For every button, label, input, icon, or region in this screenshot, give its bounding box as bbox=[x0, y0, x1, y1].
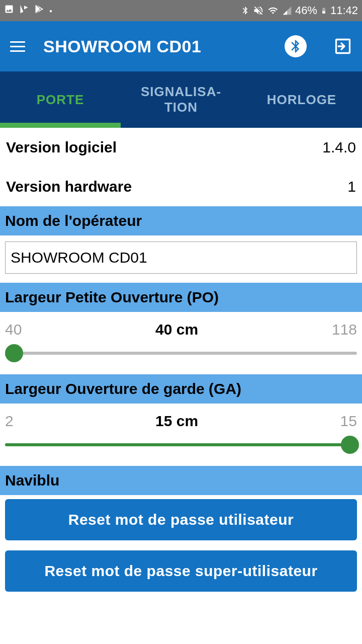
software-label: Version logiciel bbox=[6, 139, 117, 156]
po-thumb[interactable] bbox=[5, 344, 23, 362]
naviblu-buttons: Reset mot de passe utilisateur Reset mot… bbox=[0, 495, 362, 596]
page-title: SHOWROOM CD01 bbox=[43, 37, 266, 56]
po-slider[interactable] bbox=[5, 344, 357, 362]
po-values: 40 40 cm 118 bbox=[5, 312, 357, 344]
play-check-icon bbox=[19, 4, 29, 17]
tab-horloge[interactable]: HORLOGE bbox=[241, 71, 362, 128]
ga-current: 15 cm bbox=[155, 413, 198, 430]
ga-values: 2 15 cm 15 bbox=[5, 404, 357, 436]
tab-label: HORLOGE bbox=[267, 92, 336, 108]
android-status-bar: ● 46% 11:42 bbox=[0, 0, 362, 21]
po-max: 118 bbox=[332, 321, 357, 338]
ga-slider[interactable] bbox=[5, 436, 357, 454]
tab-porte[interactable]: PORTE bbox=[0, 71, 121, 128]
ga-thumb[interactable] bbox=[341, 436, 359, 454]
ga-track bbox=[5, 443, 357, 446]
po-header: Largeur Petite Ouverture (PO) bbox=[0, 283, 362, 312]
reset-superuser-password-button[interactable]: Reset mot de passe super-utilisateur bbox=[5, 550, 357, 592]
tab-label: SIGNALISA- TION bbox=[141, 84, 221, 115]
operator-name-input[interactable] bbox=[5, 242, 357, 274]
status-left: ● bbox=[4, 4, 52, 17]
menu-icon[interactable] bbox=[10, 41, 25, 52]
content-area: Version logiciel 1.4.0 Version hardware … bbox=[0, 128, 362, 596]
ga-fill bbox=[5, 443, 357, 446]
hardware-value: 1 bbox=[347, 178, 356, 195]
tab-bar: PORTE SIGNALISA- TION HORLOGE bbox=[0, 71, 362, 128]
tab-indicator bbox=[0, 123, 121, 128]
software-value: 1.4.0 bbox=[322, 139, 356, 156]
section-naviblu: Naviblu bbox=[0, 466, 362, 495]
status-right: 46% 11:42 bbox=[241, 4, 358, 17]
battery-icon bbox=[320, 5, 327, 16]
ga-min: 2 bbox=[5, 413, 14, 430]
operator-input-wrap bbox=[0, 235, 362, 283]
exit-icon[interactable] bbox=[334, 37, 352, 55]
wifi-icon bbox=[267, 6, 279, 16]
section-po: Largeur Petite Ouverture (PO) 40 40 cm 1… bbox=[0, 283, 362, 374]
section-operator-name: Nom de l'opérateur bbox=[0, 206, 362, 235]
clock-time: 11:42 bbox=[330, 4, 358, 17]
vibrate-mute-icon bbox=[253, 5, 264, 16]
tab-signalisation[interactable]: SIGNALISA- TION bbox=[121, 71, 241, 128]
hardware-label: Version hardware bbox=[6, 178, 132, 195]
row-software-version: Version logiciel 1.4.0 bbox=[0, 128, 362, 167]
section-ga: Largeur Ouverture de garde (GA) 2 15 cm … bbox=[0, 374, 362, 466]
signal-icon bbox=[282, 6, 292, 16]
tab-label: PORTE bbox=[37, 92, 84, 108]
po-min: 40 bbox=[5, 321, 22, 338]
bluetooth-action-icon[interactable] bbox=[285, 35, 307, 57]
row-hardware-version: Version hardware 1 bbox=[0, 167, 362, 206]
po-current: 40 cm bbox=[155, 321, 198, 338]
play-store-icon bbox=[34, 4, 44, 17]
ga-header: Largeur Ouverture de garde (GA) bbox=[0, 374, 362, 404]
po-track bbox=[5, 352, 357, 355]
reset-user-password-button[interactable]: Reset mot de passe utilisateur bbox=[5, 499, 357, 540]
app-bar: SHOWROOM CD01 bbox=[0, 21, 362, 71]
battery-percent: 46% bbox=[295, 4, 317, 17]
bluetooth-icon bbox=[241, 5, 250, 16]
image-icon bbox=[4, 4, 14, 17]
dot-icon: ● bbox=[49, 8, 52, 14]
ga-max: 15 bbox=[340, 413, 357, 430]
